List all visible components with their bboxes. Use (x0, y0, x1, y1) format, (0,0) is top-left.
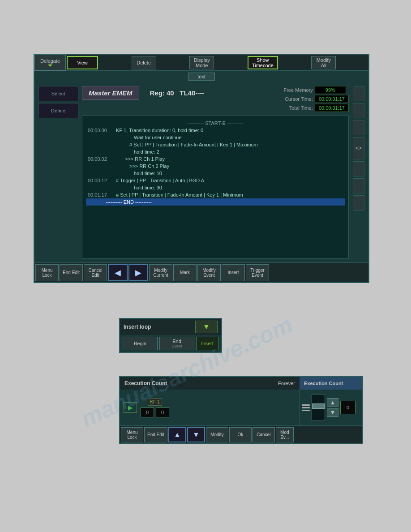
content-area: Select Define Master EMEM Reg: 40 TL40--… (34, 82, 368, 262)
emem-info: Free Memory 99% Cursor Time: 00:00:01:17… (277, 86, 349, 112)
timeline-event-5[interactable]: >>> RR Ch 2 Play (86, 163, 345, 170)
exec-stepper: ▲ ▼ (327, 398, 338, 417)
exec-right-header: Execution Count (300, 377, 362, 390)
total-time-row: Total Time: 00:00:01:17 (277, 104, 349, 112)
main-content: Master EMEM Reg: 40 TL40---- Free Memory… (82, 86, 349, 259)
timeline-event-6[interactable]: hold time: 10 (86, 170, 345, 177)
insert-loop-dropdown[interactable]: ▼ (195, 321, 218, 333)
exec-mod-ev-button[interactable]: Mod Ev... (276, 427, 294, 442)
timeline-box: ---------- START-E ---------- 00:00.00 K… (82, 116, 349, 259)
emem-reg: Reg: 40 TL40---- (150, 89, 205, 97)
top-panel: Delegate View Delete Display Mode Show T… (34, 54, 369, 283)
trigger-event-button[interactable]: Trigger Event (246, 264, 269, 281)
insert-right-button[interactable]: Insert (196, 337, 218, 350)
exec-slider-handle[interactable] (312, 403, 325, 409)
exec-down-button[interactable]: ▼ (187, 427, 205, 442)
modify-event-button[interactable]: Modify Event (197, 264, 221, 281)
timeline-event-2[interactable]: # Set | PP | Transition | Fade-In Amount… (86, 141, 345, 148)
exec-value-right: 0 (156, 408, 169, 417)
exec-left: ▶ KF 1 0 0 (120, 390, 300, 425)
insert-loop-panel: Insert loop ▼ Begin End Event Insert (119, 318, 222, 353)
next-button[interactable]: ▶ (128, 264, 148, 281)
right-sidebar: <> (352, 86, 365, 259)
bottom-toolbar: Menu Lock End Edit Cancel Edit ◀ ▶ Modif… (34, 262, 368, 282)
timeline-event-8[interactable]: hold time: 30 (86, 184, 345, 191)
right-btn-6 (353, 195, 364, 210)
play-icon[interactable]: ▶ (124, 402, 137, 413)
emem-header: Master EMEM Reg: 40 TL40---- Free Memory… (82, 86, 349, 112)
modify-all-button[interactable]: Modify All (311, 56, 336, 69)
define-button[interactable]: Define (38, 103, 78, 118)
exec-up-button[interactable]: ▲ (168, 427, 186, 442)
execution-count-panel: Execution Count Forever Execution Count … (119, 376, 363, 444)
stepper-down-button[interactable]: ▼ (327, 408, 338, 417)
timeline-event-7[interactable]: 00:00.12 # Trigger | PP | Transition | A… (86, 177, 345, 184)
exec-body: ▶ KF 1 0 0 (120, 390, 362, 425)
exec-value-left: 0 (141, 408, 154, 417)
timeline-event-9[interactable]: 00:01.17 # Set | PP | Transition | Fade-… (86, 191, 345, 198)
timeline-event-3[interactable]: hold time: 2 (86, 148, 345, 155)
delegate-button[interactable]: Delegate (34, 55, 66, 71)
timeline-end-header: ---------- END ---------- (86, 198, 345, 206)
emem-title: Master EMEM (82, 86, 139, 100)
insert-button[interactable]: Insert (222, 264, 245, 281)
timeline-event-4[interactable]: 00:00.02 >>> RR Ch 1 Play (86, 155, 345, 163)
timeline-event-0[interactable]: 00:00.00 KF 1, Transition duration: 0, h… (86, 127, 345, 134)
exec-lines-icon[interactable] (302, 404, 310, 411)
exec-cancel-button[interactable]: Cancel (253, 427, 275, 442)
exec-slider-track[interactable] (312, 394, 325, 421)
view-button[interactable]: View (67, 56, 98, 69)
delegate-arrow-icon (48, 64, 52, 67)
right-btn-3 (353, 120, 364, 135)
left-sidebar: Select Define (38, 86, 78, 259)
end-edit-button[interactable]: End Edit (60, 264, 83, 281)
stepper-up-button[interactable]: ▲ (327, 398, 338, 407)
text-tab[interactable]: text (188, 73, 215, 81)
prev-button[interactable]: ◀ (108, 264, 128, 281)
select-button[interactable]: Select (38, 86, 78, 101)
main-toolbar: Delegate View Delete Display Mode Show T… (34, 55, 368, 71)
begin-button[interactable]: Begin (123, 337, 158, 350)
exec-slider-value: 0 (340, 401, 355, 414)
right-btn-4 (353, 161, 364, 176)
exec-end-edit-button[interactable]: End Edit (144, 427, 167, 442)
kf-label: KF 1 (148, 398, 162, 406)
exec-bottom-toolbar: Menu Lock End Edit ▲ ▼ Modify Ok Cancel … (120, 425, 362, 443)
delete-button[interactable]: Delete (132, 56, 156, 69)
lr-arrow-button[interactable]: <> (353, 137, 364, 159)
menu-lock-button[interactable]: Menu Lock (35, 264, 59, 281)
free-memory-row: Free Memory 99% (277, 86, 349, 94)
display-mode-button[interactable]: Display Mode (189, 56, 214, 69)
timeline-event-1[interactable]: Wait for user continue (86, 134, 345, 141)
insert-loop-header: Insert loop ▼ (120, 319, 221, 335)
right-btn-2 (353, 103, 364, 118)
exec-menu-lock-button[interactable]: Menu Lock (121, 427, 143, 442)
right-btn-1 (353, 86, 364, 101)
cursor-time-row: Cursor Time: 00:00:01:17 (277, 95, 349, 103)
end-event-button[interactable]: End Event (159, 337, 194, 350)
exec-header-row: Execution Count Forever Execution Count (120, 377, 362, 390)
exec-right: ▲ ▼ 0 (300, 390, 362, 425)
exec-ok-button[interactable]: Ok (229, 427, 252, 442)
mark-button[interactable]: Mark (173, 264, 197, 281)
timeline-start-header: ---------- START-E ---------- (86, 120, 345, 127)
modify-current-button[interactable]: Modify Current (149, 264, 172, 281)
text-tab-row: text (34, 71, 368, 82)
exec-modify-button[interactable]: Modify (206, 427, 228, 442)
show-timecode-button[interactable]: Show Timecode (248, 56, 278, 69)
cancel-edit-button[interactable]: Cancel Edit (84, 264, 107, 281)
right-btn-5 (353, 178, 364, 193)
